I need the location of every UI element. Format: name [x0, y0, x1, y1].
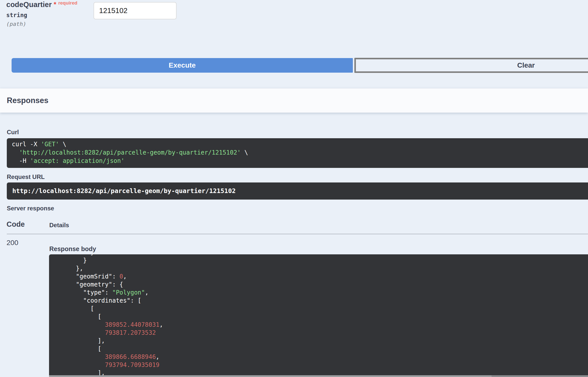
required-label: required: [58, 0, 77, 6]
clear-button[interactable]: Clear: [354, 58, 588, 73]
responses-section-header: Responses: [0, 88, 588, 113]
parameter-type: string: [6, 12, 77, 18]
required-asterisk: *: [54, 1, 56, 8]
curl-label: Curl: [7, 129, 19, 136]
parameter-meta: codeQuartier*required string (path): [6, 1, 77, 27]
table-header-divider: [7, 234, 588, 234]
execute-button[interactable]: Execute: [12, 58, 353, 73]
parameter-name-row: codeQuartier*required: [6, 1, 77, 9]
parameter-location: (path): [6, 21, 77, 27]
request-url-label: Request URL: [7, 173, 45, 180]
response-body-json: } } }, "geomSrid": 0, "geometry": { "typ…: [54, 254, 588, 377]
codequartier-input[interactable]: [94, 2, 177, 19]
details-column-header: Details: [49, 222, 69, 229]
request-url-block: http://localhost:8282/api/parcelle-geom/…: [7, 182, 588, 200]
response-body-label: Response body: [49, 245, 96, 253]
parameter-name: codeQuartier: [6, 1, 52, 9]
server-response-label: Server response: [7, 205, 54, 212]
code-column-header: Code: [7, 220, 25, 228]
curl-command: curl -X 'GET' \ 'http://localhost:8282/a…: [12, 140, 588, 165]
horizontal-scrollbar[interactable]: [49, 375, 588, 377]
response-body-code-block: } } }, "geomSrid": 0, "geometry": { "typ…: [49, 254, 588, 377]
request-url-value: http://localhost:8282/api/parcelle-geom/…: [7, 182, 588, 200]
status-code: 200: [7, 239, 18, 247]
scrollbar-thumb[interactable]: [49, 375, 492, 377]
curl-code-block: curl -X 'GET' \ 'http://localhost:8282/a…: [7, 138, 588, 168]
responses-title: Responses: [7, 96, 48, 105]
